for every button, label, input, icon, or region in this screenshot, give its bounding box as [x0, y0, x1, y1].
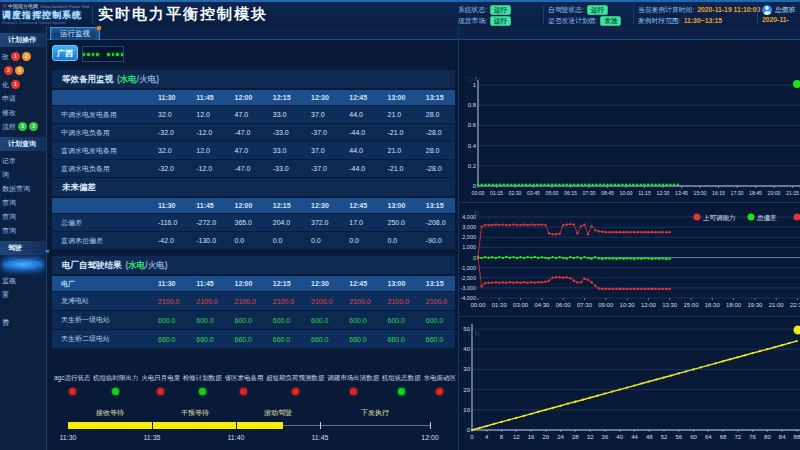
sidebar-item[interactable]: 查询 [0, 224, 46, 238]
svg-text:11:15: 11:15 [638, 190, 651, 196]
cell-value: 2100.0 [187, 298, 225, 305]
svg-text:00:00: 00:00 [470, 302, 486, 308]
data-status-item: 超短期负荷预测数据 [266, 374, 325, 395]
status-dot-icon [69, 388, 76, 395]
cell-value: 660.0 [264, 336, 302, 343]
cell-value: 600.0 [340, 317, 378, 324]
app-header: ✳中国南方电网China Southern Power Grid 调度指挥控制系… [0, 0, 800, 29]
header-separator [757, 6, 758, 24]
table-column-header: 12:00 [226, 202, 264, 209]
subtitle-hydro[interactable]: 水电 [128, 260, 145, 270]
subtitle-hydro[interactable]: 水电 [120, 74, 137, 84]
sidebar-item[interactable]: 流程33 [0, 120, 46, 134]
data-status-item: 检修计划数据 [183, 374, 222, 395]
cumulative-line-chart[interactable]: 5040302010004812162024283236404448525660… [460, 318, 800, 450]
refresh-icon[interactable]: ↻ [474, 210, 482, 217]
table-column-header: 12:45 [340, 280, 378, 287]
sidebar-item[interactable]: 修改 [0, 106, 46, 120]
cell-value: 28.0 [417, 147, 455, 154]
time-label: 11:40 [228, 434, 245, 441]
svg-text:0.4: 0.4 [468, 143, 477, 149]
svg-text:48: 48 [646, 434, 653, 440]
svg-text:44: 44 [631, 434, 638, 440]
user-area[interactable]: 总值班 2020-11- [762, 4, 800, 23]
svg-text:10: 10 [463, 407, 470, 413]
sidebar-item[interactable]: 数据查询 [0, 182, 46, 196]
svg-text:3,000: 3,000 [462, 224, 476, 230]
sidebar-item[interactable]: 监视 [0, 274, 46, 288]
sidebar-item[interactable]: 置 [0, 288, 46, 302]
sidebar-item[interactable]: 费 [0, 316, 46, 330]
notification-badge: 2 [4, 66, 13, 75]
chart-controls[interactable]: □↻ [468, 76, 482, 84]
refresh-icon[interactable]: ↻ [474, 76, 482, 83]
cell-value: 21.0 [379, 111, 417, 118]
chart-controls[interactable]: ↻ [474, 210, 482, 218]
brand-name-en: China Southern Power Grid [40, 4, 89, 9]
tab-run-monitor[interactable]: 运行监视 [50, 27, 100, 40]
case-info-group: 当前案例计算时间:2020-11-19 11:10:00 案例时段范围:11:3… [638, 4, 760, 26]
subtitle-thermal[interactable]: /火电) [145, 260, 167, 270]
table-row: 中调水电发电备用32.012.047.033.037.044.021.028.0 [52, 106, 455, 124]
cell-value: -33.0 [264, 129, 302, 136]
autopilot-status-label: 自驾驶状态: [548, 5, 584, 15]
svg-text:20:00: 20:00 [768, 190, 781, 196]
status-timeline-chart[interactable]: 10.80.60.40.2000:0001:1502:3003:4505:000… [460, 58, 800, 204]
cell-value: 0.0 [302, 237, 340, 244]
svg-text:07:30: 07:30 [577, 302, 593, 308]
region-button[interactable]: 广西 [52, 45, 78, 61]
svg-text:-2,000: -2,000 [460, 275, 476, 281]
cell-value: -37.0 [302, 165, 340, 172]
notification-badge: 3 [18, 122, 27, 131]
sidebar-section-header[interactable]: 驾驶 [0, 241, 46, 255]
table-column-header: 12:45 [340, 94, 378, 101]
adjust-capacity-chart[interactable]: 4,0003,0002,0001,0000-1,000-2,000-3,000-… [460, 203, 800, 316]
table-row: 直调承担偏差-42.0-130.00.00.00.00.00.0-90.0 [52, 232, 455, 250]
cell-value: -21.0 [379, 129, 417, 136]
sidebar-item[interactable]: 23 [0, 64, 46, 78]
sidebar-item[interactable]: 询 [0, 168, 46, 182]
deviation-table: 11:3011:4512:0012:1512:3012:4513:0013:15… [52, 198, 455, 250]
sidebar-item[interactable]: 改12 [0, 50, 46, 64]
data-status-label: 火电日月电量 [141, 374, 180, 383]
svg-text:19:30: 19:30 [747, 302, 763, 308]
svg-text:8: 8 [500, 434, 504, 440]
cell-value: -130.0 [187, 237, 225, 244]
svg-text:03:45: 03:45 [527, 190, 540, 196]
refresh-icon[interactable]: ↻ [474, 330, 482, 337]
chart-controls[interactable]: □↻ [468, 330, 482, 338]
svg-text:24: 24 [557, 434, 564, 440]
table-header-row: 11:3011:4512:0012:1512:3012:4513:0013:15 [52, 90, 455, 106]
sidebar-item[interactable]: 申请 [0, 92, 46, 106]
section-title-autopilot: 电厂自驾驶结果(水电/火电) [52, 256, 455, 274]
brand-name: 中国南方电网 [8, 3, 38, 9]
svg-text:84: 84 [779, 434, 786, 440]
svg-text:16: 16 [528, 434, 535, 440]
sidebar-section-header[interactable]: 计划查询 [0, 137, 46, 151]
svg-text:16:30: 16:30 [705, 302, 721, 308]
cell-value: 2100.0 [417, 298, 455, 305]
autopilot-status-group: 自驾驶状态:运行 是否发送计划值:发送 [548, 4, 621, 26]
cell-value: 660.0 [302, 336, 340, 343]
sidebar-item[interactable]: 记录 [0, 154, 46, 168]
section-title-reserve: 等效备用监视(水电/火电) [52, 70, 455, 88]
sidebar-item[interactable]: 查询 [0, 196, 46, 210]
svg-text:88: 88 [794, 434, 800, 440]
svg-text:56: 56 [675, 434, 682, 440]
progress-bar-track [283, 425, 430, 426]
svg-text:20: 20 [543, 434, 550, 440]
cell-value: 37.0 [302, 147, 340, 154]
table-column-header: 11:45 [187, 94, 225, 101]
sidebar-section-header[interactable]: 计划操作 [0, 33, 46, 47]
header-separator [543, 6, 544, 24]
sidebar-item[interactable]: 查询 [0, 210, 46, 224]
time-label: 11:45 [312, 434, 329, 441]
svg-text:60: 60 [690, 434, 697, 440]
subtitle-thermal[interactable]: /火电) [137, 74, 159, 84]
cell-value: 600.0 [226, 317, 264, 324]
process-timeline: 接收等待干预等待滚动驾驶下发执行11:3011:3511:4011:4512:0… [52, 402, 458, 448]
sidebar-item-selected[interactable] [3, 259, 43, 270]
sidebar-collapse-handle-icon[interactable]: ◄ [44, 244, 50, 258]
sidebar-item[interactable]: 化1 [0, 78, 46, 92]
svg-text:30: 30 [463, 366, 470, 372]
